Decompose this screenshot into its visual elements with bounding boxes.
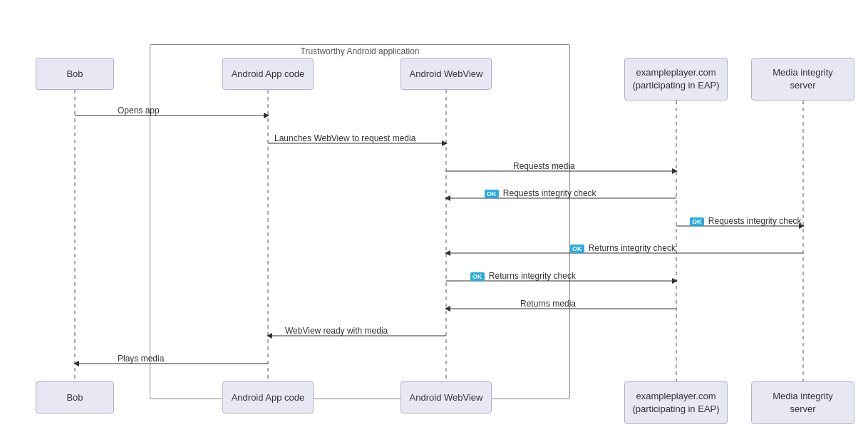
outer-rect-label: Trustworthy Android application <box>150 46 570 56</box>
outer-rect <box>150 44 570 399</box>
label-text-requests-integrity-1: Requests integrity check <box>503 188 596 198</box>
label-requests-integrity-1: OK Requests integrity check <box>485 188 596 198</box>
actor-media-server-bottom: Media integrity server <box>751 381 854 424</box>
svg-marker-10 <box>672 168 678 174</box>
label-returns-integrity-1: OK Returns integrity check <box>570 243 676 253</box>
actor-android-webview-top: Android WebView <box>401 58 492 90</box>
actor-example-player-bottom: exampleplayer.com (participating in EAP) <box>624 381 728 424</box>
actor-example-player-top: exampleplayer.com (participating in EAP) <box>624 58 728 101</box>
label-text-returns-integrity-2: Returns integrity check <box>489 271 576 281</box>
ok-badge-4: OK <box>470 272 485 281</box>
label-returns-media: Returns media <box>520 299 576 309</box>
label-text-requests-integrity-2: Requests integrity check <box>708 216 802 226</box>
label-text-returns-integrity-1: Returns integrity check <box>589 243 676 253</box>
ok-badge-2: OK <box>690 217 704 226</box>
label-requests-media: Requests media <box>513 161 575 171</box>
actor-bob-bottom: Bob <box>36 381 114 413</box>
ok-badge-1: OK <box>485 190 499 198</box>
actor-bob-top: Bob <box>36 58 114 90</box>
label-launches-webview: Launches WebView to request media <box>274 133 415 143</box>
label-webview-ready: WebView ready with media <box>285 326 388 336</box>
actor-media-server-top: Media integrity server <box>751 58 854 101</box>
svg-marker-18 <box>672 278 678 284</box>
actor-android-app-top: Android App code <box>222 58 314 90</box>
diagram-container: Trustworthy Android application Bob Andr… <box>0 0 868 442</box>
svg-marker-24 <box>73 361 79 366</box>
label-plays-media: Plays media <box>118 354 164 364</box>
actor-android-app-bottom: Android App code <box>222 381 314 413</box>
label-returns-integrity-2: OK Returns integrity check <box>470 271 576 281</box>
label-requests-integrity-2: OK Requests integrity check <box>690 216 802 226</box>
label-opens-app: Opens app <box>118 106 160 115</box>
ok-badge-3: OK <box>570 245 584 253</box>
actor-android-webview-bottom: Android WebView <box>401 381 492 413</box>
